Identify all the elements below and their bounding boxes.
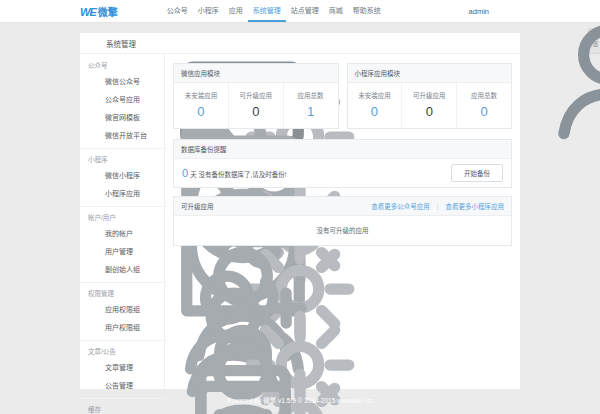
section-title: 权限管理 xyxy=(88,288,114,298)
sidebar-item-label: 微信小程序 xyxy=(105,170,140,180)
gear-icon[interactable] xyxy=(150,348,157,355)
top-navbar: WE 微擎 公众号 小程序 应用 系统管理 站点管理 商城 帮助系统 admin xyxy=(0,0,600,23)
nav-item-apps[interactable]: 应用 xyxy=(224,0,248,22)
content-container: 系统管理 公众号 微信公众号 公众号应用 微官网模板 xyxy=(80,33,520,389)
backup-days-count: 0 xyxy=(182,167,188,179)
upgradable-apps-empty-text: 没有可升级的应用 xyxy=(174,216,511,245)
stat-uninstalled-apps[interactable]: 未安装应用 0 xyxy=(174,83,229,128)
wechat-app-modules-card: 微信应用模块 未安装应用 0 可升级应用 0 应用总数 1 xyxy=(173,63,339,129)
sidebar-item-label: 用户权限组 xyxy=(105,322,140,332)
app-folder-icon xyxy=(93,189,101,197)
card-title: 数据库备份提醒 xyxy=(181,144,227,154)
gear-icon[interactable] xyxy=(150,214,157,221)
user-menu[interactable]: admin xyxy=(458,7,498,16)
start-backup-button[interactable]: 开始备份 xyxy=(451,164,503,182)
template-icon xyxy=(93,113,101,121)
view-more-official-account-apps-link[interactable]: 查看更多公众号应用 xyxy=(371,201,430,211)
sidebar-item-label: 微信公众号 xyxy=(105,76,140,86)
wechat-icon xyxy=(93,77,101,85)
stat-value: 0 xyxy=(174,104,228,119)
sidebar-item-label: 公众号应用 xyxy=(105,94,140,104)
section-title: 公众号 xyxy=(88,60,108,70)
users-icon xyxy=(93,247,101,255)
sidebar-item-label: 文章管理 xyxy=(105,362,133,372)
stat-label: 未安装应用 xyxy=(174,90,228,100)
lock-icon xyxy=(93,305,101,313)
sidebar: 公众号 微信公众号 公众号应用 微官网模板 微信开放平台 xyxy=(80,54,165,389)
section-title: 帐户/用户 xyxy=(88,212,116,222)
stat-label: 可升级应用 xyxy=(402,90,456,100)
sidebar-item-label: 应用权限组 xyxy=(105,304,140,314)
backup-message: 0天 没有备份数据库了,请及时备份! xyxy=(182,167,287,179)
stat-value: 0 xyxy=(402,104,456,119)
main-nav: 公众号 小程序 应用 系统管理 站点管理 商城 帮助系统 xyxy=(162,0,386,22)
stat-uninstalled-apps[interactable]: 未安装应用 0 xyxy=(348,83,403,128)
section-title: 小程序 xyxy=(88,154,108,164)
gear-icon[interactable] xyxy=(150,290,157,297)
user-group-icon xyxy=(93,265,101,273)
user-icon xyxy=(93,229,101,237)
sidebar-item-label: 公告管理 xyxy=(105,380,133,390)
megaphone-icon xyxy=(93,381,101,389)
sidebar-item-label: 用户管理 xyxy=(105,246,133,256)
miniprogram-icon xyxy=(93,171,101,179)
sidebar-item-label: 我的帐户 xyxy=(105,228,133,238)
document-icon xyxy=(93,363,101,371)
nav-item-help-system[interactable]: 帮助系统 xyxy=(348,0,386,22)
gear-icon[interactable] xyxy=(150,156,157,163)
stat-upgradable-apps[interactable]: 可升级应用 0 xyxy=(229,83,284,128)
backup-message-text: 天 没有备份数据库了,请及时备份! xyxy=(190,171,286,178)
app-folder-icon xyxy=(93,95,101,103)
footer-copyright: Powered by 微擎 v1.5.9 © 2014-2015 www.we7… xyxy=(0,395,600,405)
sidebar-item-label: 副创始人组 xyxy=(105,264,140,274)
app-logo[interactable]: WE 微擎 xyxy=(80,4,118,19)
nav-item-site-management[interactable]: 站点管理 xyxy=(286,0,324,22)
open-platform-icon xyxy=(93,131,101,139)
sidebar-item-label: 小程序应用 xyxy=(105,188,140,198)
card-title: 可升级应用 xyxy=(181,201,214,211)
sidebar-item-label: 微官网模板 xyxy=(105,112,140,122)
view-more-miniprogram-apps-link[interactable]: 查看更多小程序应用 xyxy=(446,201,505,211)
section-title: 缓存 xyxy=(88,404,101,414)
card-title: 微信应用模块 xyxy=(181,68,220,78)
nav-item-system-management[interactable]: 系统管理 xyxy=(248,0,286,22)
page-header: 系统管理 xyxy=(80,33,520,54)
nav-item-official-account[interactable]: 公众号 xyxy=(162,0,193,22)
caret-down-icon xyxy=(492,8,498,14)
sidebar-section-official-account: 公众号 微信公众号 公众号应用 微官网模板 微信开放平台 xyxy=(80,55,164,149)
gear-icon[interactable] xyxy=(150,406,157,413)
nav-item-miniprogram[interactable]: 小程序 xyxy=(193,0,224,22)
monitor-icon xyxy=(92,39,101,48)
user-icon xyxy=(458,7,466,15)
stat-label: 可升级应用 xyxy=(229,90,283,100)
stat-label: 未安装应用 xyxy=(348,90,402,100)
page-title: 系统管理 xyxy=(106,38,136,49)
upgradable-apps-card: 可升级应用 查看更多公众号应用 | 查看更多小程序应用 没有可升级的应用 xyxy=(173,196,512,246)
nav-item-store[interactable]: 商城 xyxy=(324,0,348,22)
stat-total-apps[interactable]: 应用总数 1 xyxy=(284,83,338,128)
section-title: 文章/公告 xyxy=(88,346,116,356)
gear-icon[interactable] xyxy=(150,62,157,69)
stat-upgradable-apps[interactable]: 可升级应用 0 xyxy=(402,83,457,128)
user-name: admin xyxy=(469,7,489,16)
logo-mark: WE xyxy=(80,6,96,18)
user-icon xyxy=(93,323,101,331)
sidebar-item-label: 微信开放平台 xyxy=(105,130,147,140)
link-separator: | xyxy=(437,203,439,210)
stat-value: 0 xyxy=(229,104,283,119)
stat-label: 应用总数 xyxy=(284,90,338,100)
card-title: 小程序应用模块 xyxy=(355,68,401,78)
stat-value: 0 xyxy=(348,104,402,119)
stat-value: 1 xyxy=(284,104,338,119)
logo-text: 微擎 xyxy=(98,4,118,19)
